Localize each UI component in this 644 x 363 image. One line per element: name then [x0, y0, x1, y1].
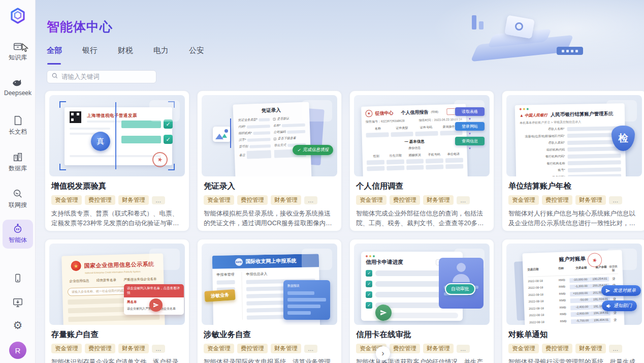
gear-icon: ⚙ [13, 320, 23, 331]
card-invoice-verification[interactable]: 上海增值税电子普通发票 真 ✓ ✓ ★ 增值税发票验真 资金管理费控管理财务管理… [45, 90, 189, 231]
tag: 财务管理 [423, 195, 454, 205]
check-icon: ✓ [366, 281, 372, 287]
card-credit-card-online-approval[interactable]: 信用卡申请进度 搜索 ✓ ✓ ✓ ✓ 自动审批 [349, 239, 494, 363]
check-icon: ✓ [297, 147, 301, 153]
send-icon [605, 288, 610, 293]
mouse-cursor [22, 43, 29, 54]
header-illustration [431, 0, 644, 71]
action-step: 查询信息 [455, 137, 485, 145]
sidebar: 知识库 Deepseek 长文档 数据库 联网搜 [0, 0, 36, 363]
tag: 费控管理 [390, 195, 420, 205]
card-description: 智能体对人行账户信息与核心系统账户信息以及企业信用公示系统信息进行一致性比对，完… [508, 209, 640, 229]
tab-bar: 全部 银行 财税 电力 公安 [47, 46, 204, 60]
sidebar-item-label: 联网搜 [9, 201, 27, 209]
tag: 财务管理 [118, 344, 149, 353]
card-voucher-entry[interactable]: 凭证录入 凭证业务类型* 是否默认 代码* 名称* 组织机构* 公司编码 汉字*… [197, 90, 342, 231]
seal-icon: ★ [365, 110, 372, 117]
check-icon: ✓ [366, 302, 372, 309]
sidebar-item-client-download[interactable] [0, 297, 36, 310]
card-hero-image: 账户对账单 ★ 交易日期 币种 交易金额 账户余额 借贷类型 2022-08-1… [506, 244, 642, 325]
tab-electric-power[interactable]: 电力 [153, 46, 169, 60]
check-icon: ✓ [164, 135, 173, 144]
statement-row: 2022-08-18RMB -10,000.00190,254.01 贷 [528, 276, 618, 284]
megaphone-icon [606, 304, 611, 309]
check-icon: ✓ [366, 270, 372, 277]
card-description: 智能体登录国际收支申报系统、清算业务管理系统自动… [204, 357, 335, 363]
action-step: 读取表格 [455, 107, 485, 116]
card-sensitive-business-self-check[interactable]: SAFE 国际收支网上申报系统 申报单管理 申报信息录入 [197, 239, 342, 363]
sensitive-business-badge: 涉敏业务 [204, 289, 235, 302]
card-hero-image: 凭证录入 凭证业务类型* 是否默认 代码* 名称* 组织机构* 公司编码 汉字*… [202, 95, 337, 176]
tab-bank[interactable]: 银行 [82, 46, 98, 60]
card-description: 智能体登录银行运营管理部的系统，批量生成对账单，并将对账单保存到指定位置，再根据… [508, 357, 640, 363]
sidebar-item-settings[interactable]: ⚙ [0, 320, 36, 331]
card-hero-image: ★ 国家企业信用信息公示系统 National Enterprise Credi… [49, 244, 185, 325]
tag: 费控管理 [542, 195, 572, 205]
tag: … [609, 196, 622, 204]
statement-row: 2022-08-18RMB -2,600.00194,164.01 贷 [529, 311, 620, 318]
tag: … [609, 345, 622, 353]
tab-finance-tax[interactable]: 财税 [118, 46, 133, 60]
keyword-search[interactable] [47, 70, 156, 83]
card-hero-image: 上海增值税电子普通发票 真 ✓ ✓ ★ [49, 95, 185, 176]
sidebar-item-label: Deepseek [4, 89, 31, 97]
card-hero-image: ▲中国人民银行 人民币银行结算账户管理系统 本机基本存款账户开立 > 审核及控制… [506, 95, 642, 176]
tab-all[interactable]: 全部 [47, 46, 62, 60]
whale-icon [12, 78, 24, 88]
tag: … [152, 196, 165, 204]
check-icon: ✓ [366, 291, 372, 298]
safe-logo: SAFE [235, 258, 242, 265]
sidebar-item-database[interactable]: 数据库 [0, 152, 36, 173]
card-tags: 资金管理费控管理财务管理… [508, 344, 640, 353]
app-logo[interactable] [9, 7, 27, 27]
completed-badge: ✓ 完成信息填报 [293, 145, 333, 155]
card-title: 凭证录入 [204, 181, 335, 192]
sidebar-item-label: 数据库 [9, 164, 27, 173]
card-statement-notice[interactable]: 账户对账单 ★ 交易日期 币种 交易金额 账户余额 借贷类型 2022-08-1… [502, 239, 644, 363]
next-page-button[interactable]: › [376, 346, 390, 360]
sidebar-item-mobile[interactable] [0, 273, 36, 286]
agent-card-grid: 上海增值税电子普通发票 真 ✓ ✓ ★ 增值税发票验真 资金管理费控管理财务管理… [45, 90, 644, 363]
tag: … [304, 196, 317, 204]
card-description: 智能体完成企业外部征信信息的查询，包括法院、工商、税务、裁判文书、企查查等20多… [356, 209, 488, 229]
sidebar-item-agent[interactable]: 智能体 [3, 220, 33, 249]
card-tags: 资金管理费控管理财务管理… [51, 195, 183, 205]
avatar[interactable]: R [9, 342, 26, 359]
tag: 费控管理 [85, 344, 115, 353]
card-title: 存量账户自查 [51, 329, 183, 340]
tag: 财务管理 [271, 344, 301, 353]
card-title: 个人信用调查 [356, 181, 488, 192]
card-existing-account-self-check[interactable]: ★ 国家企业信用信息公示系统 National Enterprise Credi… [45, 239, 189, 363]
sidebar-item-web-search[interactable]: 联网搜 [0, 188, 36, 209]
search-icon [51, 72, 58, 81]
card-title: 增值税发票验真 [51, 181, 183, 192]
sidebar-item-long-document[interactable]: 长文档 [0, 115, 36, 136]
tag: 资金管理 [508, 344, 539, 353]
main-content: 智能体中心 全部 银行 财税 电力 公安 上海增值税电子普通发票 [36, 0, 644, 363]
mobile-icon [13, 273, 23, 286]
sidebar-item-deepseek[interactable]: Deepseek [0, 78, 36, 97]
sidebar-item-knowledge-base[interactable]: 知识库 [0, 41, 36, 62]
tag: 资金管理 [508, 195, 539, 205]
card-title: 信用卡在线审批 [356, 329, 488, 340]
notify-department-button: 通知部门 [602, 300, 637, 311]
tag: 财务管理 [575, 344, 606, 353]
card-title: 涉敏业务自查 [204, 329, 335, 340]
tab-public-security[interactable]: 公安 [189, 46, 204, 60]
check-icon: ✓ [164, 119, 173, 129]
page-title: 智能体中心 [47, 18, 113, 35]
card-personal-credit-inquiry[interactable]: ★ 征信中心 个人信用报告 (明细) 报告编号：63236726398628 报… [349, 90, 494, 231]
robot-icon [12, 223, 23, 234]
search-input[interactable] [61, 73, 148, 80]
card-tags: 资金管理费控管理财务管理… [356, 195, 488, 205]
tag: 财务管理 [575, 195, 606, 205]
tag: … [304, 345, 317, 353]
tag: 资金管理 [356, 195, 387, 205]
card-description: 智能体从各渠道获取客户的征信情况，并生产黑白名… [356, 357, 488, 363]
card-account-annual-check[interactable]: ▲中国人民银行 人民币银行结算账户管理系统 本机基本存款账户开立 > 审核及控制… [502, 90, 644, 231]
send-icon [375, 305, 392, 321]
monitor-download-icon [12, 297, 23, 310]
tag: 费控管理 [237, 195, 268, 205]
genuine-badge: 真 [91, 132, 110, 151]
card-description: 智能体识别存量企业客户清单文件，逐户登录全国企业信用信息公示系统… [51, 357, 183, 363]
